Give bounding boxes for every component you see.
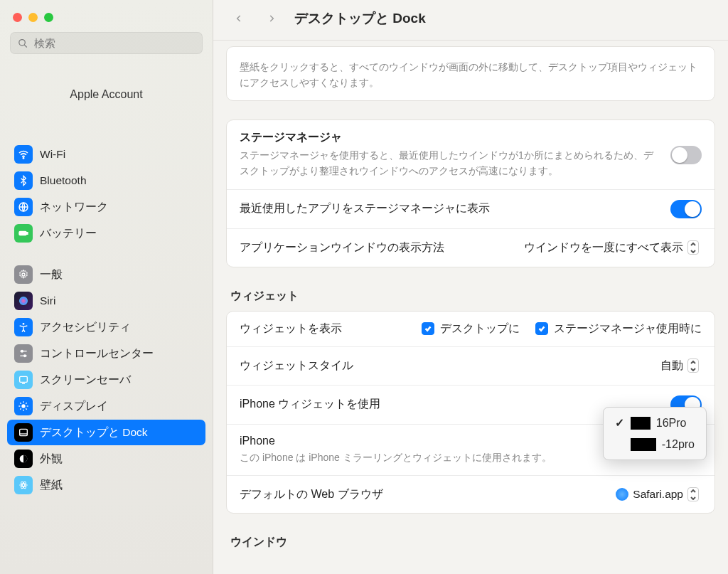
sidebar-item-accessibility[interactable]: アクセシビリティ (7, 314, 205, 340)
checkbox-stage-label: ステージマネージャ使用時に (554, 321, 702, 336)
sidebar-item-label: スクリーンセーバ (40, 373, 131, 388)
desktop-dock-icon (14, 423, 33, 442)
default-browser-label: デフォルトの Web ブラウザ (240, 487, 383, 502)
sidebar-item-battery[interactable]: バッテリー (7, 220, 205, 246)
svg-line-19 (20, 403, 21, 403)
sidebar-item-label: Bluetooth (40, 174, 87, 187)
main-panel: デスクトップと Dock 壁紙をクリックすると、すべてのウインドウが画面の外に移… (213, 0, 728, 574)
sidebar-item-label: ディスプレイ (40, 399, 108, 414)
stepper-icon (687, 240, 699, 255)
sidebar-list: Wi-Fi Bluetooth ネットワーク バッテリー 一般 Siri アクセ… (0, 141, 213, 574)
sidebar-item-network[interactable]: ネットワーク (7, 194, 205, 220)
window-heading: ウインドウ (226, 532, 715, 557)
sidebar-item-bluetooth[interactable]: Bluetooth (7, 168, 205, 193)
network-icon (14, 198, 33, 216)
checkbox-icon (535, 322, 548, 335)
svg-point-2 (23, 158, 23, 159)
checkmark-icon: ✓ (615, 416, 625, 430)
redacted-text (631, 417, 651, 430)
widget-style-label: ウィジェットスタイル (240, 358, 353, 373)
sidebar-item-label: 壁紙 (40, 478, 63, 493)
sidebar-item-label: コントロールセンター (40, 346, 154, 361)
stepper-icon (687, 358, 699, 373)
window-method-popup[interactable]: ウインドウを一度にすべて表示 (521, 239, 702, 257)
sidebar-item-label: 外観 (40, 452, 63, 467)
stage-manager-desc: ステージマネージャを使用すると、最近使用したウインドウが1か所にまとめられるため… (240, 148, 659, 179)
svg-point-6 (22, 273, 25, 276)
recent-apps-toggle[interactable] (670, 200, 702, 218)
svg-point-7 (23, 323, 25, 325)
sidebar-item-desktop-dock[interactable]: デスクトップと Dock (7, 420, 205, 445)
checkbox-desktop-label: デスクトップに (440, 321, 520, 336)
gear-icon (14, 265, 33, 284)
widget-style-popup[interactable]: 自動 (658, 357, 702, 375)
default-browser-popup[interactable]: Safari.app (613, 486, 702, 503)
redacted-text (631, 438, 656, 451)
safari-icon (616, 488, 628, 501)
sidebar-item-label: バッテリー (40, 226, 97, 241)
appearance-icon (14, 450, 33, 468)
wallpaper-click-desc: 壁紙をクリックすると、すべてのウインドウが画面の外に移動して、デスクトップ項目や… (240, 60, 702, 90)
search-input[interactable] (34, 37, 195, 49)
iphone-selector-dropdown[interactable]: ✓ 16Pro -12pro (603, 407, 707, 460)
sidebar-item-general[interactable]: 一般 (7, 262, 205, 287)
show-widgets-label: ウィジェットを表示 (240, 321, 342, 336)
forward-button[interactable] (262, 9, 282, 28)
svg-point-27 (20, 484, 28, 487)
sidebar-item-wifi[interactable]: Wi-Fi (7, 142, 205, 167)
sidebar-item-appearance[interactable]: 外観 (7, 446, 205, 472)
sidebar-item-screensaver[interactable]: スクリーンセーバ (7, 367, 205, 393)
dropdown-item[interactable]: ✓ 16Pro (608, 412, 702, 434)
sidebar-item-wallpaper[interactable]: 壁紙 (7, 472, 205, 498)
sidebar-item-siri[interactable]: Siri (7, 288, 205, 314)
sidebar: Apple Account Wi-Fi Bluetooth ネットワーク バッテ… (0, 0, 213, 574)
svg-line-1 (24, 44, 27, 47)
svg-rect-12 (20, 376, 28, 382)
siri-icon (14, 292, 33, 310)
stage-manager-toggle[interactable] (670, 146, 702, 164)
sidebar-item-label: 一般 (40, 267, 63, 282)
svg-rect-23 (20, 429, 28, 435)
default-browser-value: Safari.app (633, 488, 683, 501)
svg-line-20 (26, 408, 26, 409)
window-method-value: ウインドウを一度にすべて表示 (524, 240, 683, 255)
svg-point-0 (19, 39, 25, 45)
close-button[interactable] (13, 13, 22, 22)
svg-point-9 (21, 350, 23, 352)
page-title: デスクトップと Dock (294, 9, 426, 28)
checkbox-desktop[interactable]: デスクトップに (422, 321, 520, 336)
search-field[interactable] (10, 32, 203, 54)
sidebar-item-label: Siri (40, 294, 55, 307)
stage-manager-title: ステージマネージャ (240, 130, 659, 145)
svg-rect-4 (19, 231, 26, 235)
battery-icon (14, 224, 33, 243)
display-icon (14, 397, 33, 415)
checkbox-stage[interactable]: ステージマネージャ使用時に (535, 321, 702, 336)
header: デスクトップと Dock (213, 0, 728, 41)
content: 壁紙をクリックすると、すべてのウインドウが画面の外に移動して、デスクトップ項目や… (213, 41, 728, 574)
apple-account[interactable]: Apple Account (0, 61, 213, 141)
dropdown-item-label: 16Pro (656, 417, 687, 430)
sidebar-item-display[interactable]: ディスプレイ (7, 393, 205, 419)
svg-rect-5 (27, 233, 28, 235)
minimize-button[interactable] (28, 13, 38, 22)
dropdown-item-label: -12pro (662, 438, 695, 451)
stage-manager-card: ステージマネージャ ステージマネージャを使用すると、最近使用したウインドウが1か… (226, 119, 715, 267)
stepper-icon (687, 487, 699, 501)
control-center-icon (14, 344, 33, 363)
back-button[interactable] (229, 9, 249, 28)
search-icon (18, 38, 28, 49)
widget-style-value: 自動 (660, 358, 683, 373)
sidebar-item-label: ネットワーク (40, 200, 108, 215)
sidebar-item-label: アクセシビリティ (40, 320, 131, 335)
checkbox-icon (422, 322, 434, 335)
dropdown-item[interactable]: -12pro (608, 434, 702, 455)
bluetooth-icon (14, 171, 33, 190)
sidebar-item-label: デスクトップと Dock (40, 425, 148, 440)
sidebar-item-label: Wi-Fi (40, 148, 65, 161)
sidebar-item-controlcenter[interactable]: コントロールセンター (7, 341, 205, 366)
top-card: 壁紙をクリックすると、すべてのウインドウが画面の外に移動して、デスクトップ項目や… (226, 46, 715, 101)
screensaver-icon (14, 371, 33, 389)
maximize-button[interactable] (44, 13, 53, 22)
window-controls (0, 0, 213, 32)
